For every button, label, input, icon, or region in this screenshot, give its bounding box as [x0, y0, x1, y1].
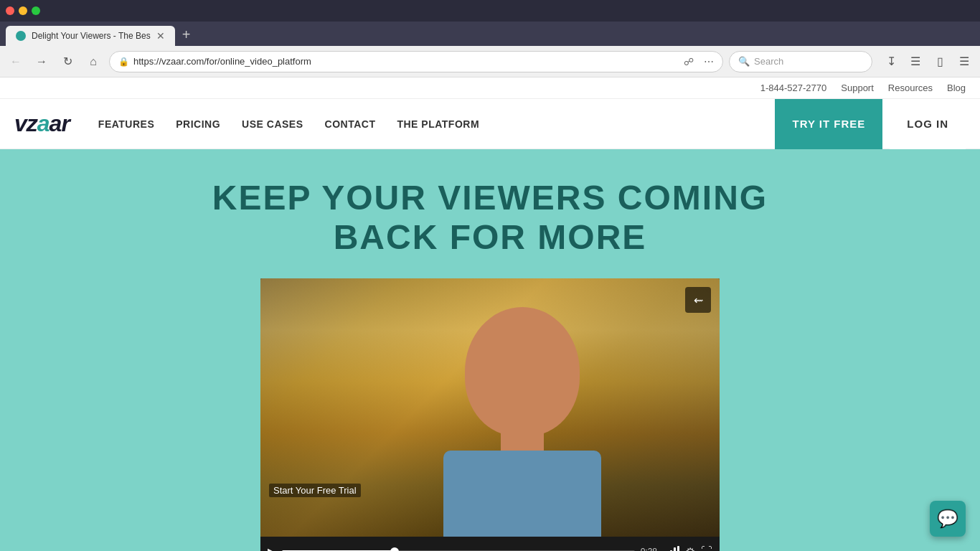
vol-bar-5 [677, 546, 679, 551]
minimize-window-btn[interactable] [19, 6, 27, 15]
menu-icon[interactable]: ☰ [954, 52, 974, 72]
settings-button[interactable]: ⚙ [685, 545, 695, 551]
time-display: 0:38 [641, 547, 657, 551]
chat-icon: 💬 [937, 509, 958, 529]
nav-use-cases[interactable]: USE CASES [242, 118, 303, 130]
back-button[interactable]: ← [6, 52, 26, 72]
browser-tab-bar: Delight Your Viewers - The Bes ✕ + [0, 22, 980, 46]
address-bar[interactable]: 🔒 https://vzaar.com/for/online_video_pla… [109, 51, 723, 72]
reload-button[interactable]: ↻ [57, 52, 77, 72]
maximize-window-btn[interactable] [32, 6, 40, 15]
tab-favicon [16, 31, 26, 41]
chat-widget[interactable]: 💬 [930, 501, 966, 537]
blog-link[interactable]: Blog [947, 83, 966, 93]
tab-close-button[interactable]: ✕ [156, 30, 165, 42]
login-button[interactable]: LOG IN [890, 99, 966, 149]
search-magnifier-icon: 🔍 [738, 56, 750, 67]
forward-button[interactable]: → [32, 52, 52, 72]
secure-icon: 🔒 [118, 57, 129, 67]
phone-number[interactable]: 1-844-527-2770 [760, 83, 827, 93]
video-person [397, 278, 648, 537]
browser-search-placeholder: Search [754, 56, 783, 67]
progress-handle[interactable] [390, 547, 399, 551]
resources-link[interactable]: Resources [888, 83, 933, 93]
nav-features[interactable]: FEATURES [98, 118, 154, 130]
reader-mode-icon[interactable]: ☍ [684, 56, 694, 67]
vol-bar-4 [674, 547, 676, 551]
browser-search-box[interactable]: 🔍 Search [729, 51, 872, 72]
close-window-btn[interactable] [6, 6, 14, 15]
support-link[interactable]: Support [841, 83, 874, 93]
new-tab-button[interactable]: + [175, 27, 198, 43]
hero-title-line2: BACK FOR MORE [334, 218, 647, 256]
nav-actions: TRY IT FREE LOG IN [775, 99, 966, 149]
active-tab[interactable]: Delight Your Viewers - The Bes ✕ [6, 26, 175, 46]
browser-window-controls [0, 0, 980, 22]
nav-links: FEATURES PRICING USE CASES CONTACT THE P… [98, 118, 776, 130]
person-body [443, 451, 601, 537]
nav-pricing[interactable]: PRICING [176, 118, 220, 130]
url-display: https://vzaar.com/for/online_video_platf… [133, 56, 674, 67]
reading-view-icon[interactable]: ▯ [930, 52, 950, 72]
hero-section: KEEP YOUR VIEWERS COMING BACK FOR MORE ⇜… [0, 149, 980, 551]
site-logo[interactable]: vzaar [14, 110, 70, 137]
video-player[interactable]: ⇜ Start Your Free Trial ▶ 0:38 ⚙ [260, 278, 720, 551]
nav-contact[interactable]: CONTACT [325, 118, 376, 130]
video-thumbnail: ⇜ Start Your Free Trial [260, 278, 720, 537]
hero-title: KEEP YOUR VIEWERS COMING BACK FOR MORE [14, 178, 966, 257]
more-actions-icon[interactable]: ⋯ [704, 56, 714, 67]
play-pause-button[interactable]: ▶ [268, 545, 276, 551]
tab-title: Delight Your Viewers - The Bes [32, 31, 151, 41]
fullscreen-button[interactable]: ⛶ [701, 545, 712, 551]
home-button[interactable]: ⌂ [83, 52, 103, 72]
browser-toolbar-icons: ↧ ☰ ▯ ☰ [881, 52, 974, 72]
person-head [465, 307, 580, 436]
video-controls-bar: ▶ 0:38 ⚙ ⛶ [260, 537, 720, 551]
address-bar-row: ← → ↻ ⌂ 🔒 https://vzaar.com/for/online_v… [0, 46, 980, 77]
download-icon[interactable]: ↧ [881, 52, 901, 72]
volume-control[interactable] [663, 546, 679, 551]
main-navigation: vzaar FEATURES PRICING USE CASES CONTACT… [0, 99, 980, 149]
video-overlay-text: Start Your Free Trial [269, 484, 361, 497]
nav-platform[interactable]: THE PLATFORM [397, 118, 479, 130]
hero-title-line1: KEEP YOUR VIEWERS COMING [212, 179, 768, 217]
top-info-bar: 1-844-527-2770 Support Resources Blog [0, 77, 980, 99]
share-button[interactable]: ⇜ [685, 287, 711, 313]
bookmarks-icon[interactable]: ☰ [905, 52, 925, 72]
share-icon: ⇜ [694, 293, 703, 307]
try-free-button[interactable]: TRY IT FREE [775, 99, 882, 149]
